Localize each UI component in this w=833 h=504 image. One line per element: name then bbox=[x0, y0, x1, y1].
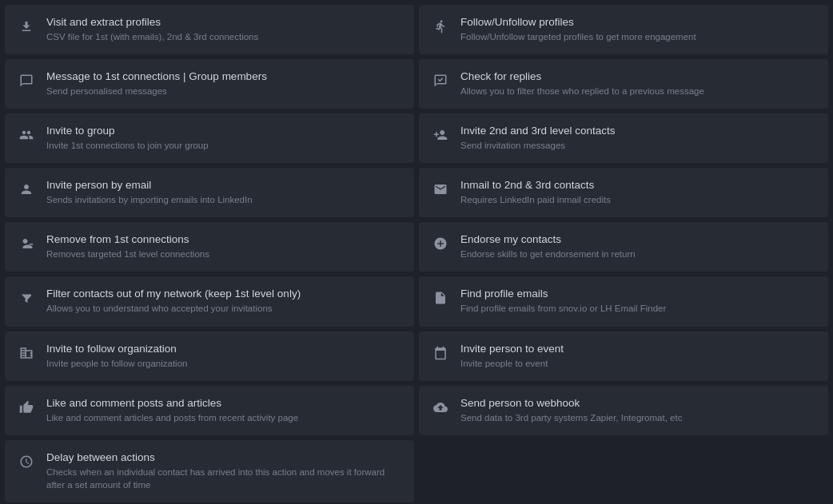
person-minus-icon bbox=[18, 235, 35, 252]
card-remove-connections[interactable]: Remove from 1st connectionsRemoves targe… bbox=[5, 222, 414, 272]
people-icon bbox=[18, 126, 35, 144]
card-title-invite-2nd-3rd: Invite 2nd and 3rd level contacts bbox=[460, 125, 616, 137]
card-desc-endorse-contacts: Endorse skills to get endorsement in ret… bbox=[460, 248, 636, 260]
card-title-invite-follow-org: Invite to follow organization bbox=[46, 343, 187, 355]
card-filter-contacts[interactable]: Filter contacts out of my network (keep … bbox=[5, 276, 414, 326]
card-desc-message-1st: Send personalised messages bbox=[46, 85, 267, 97]
card-desc-check-replies: Allows you to filter those who replied t… bbox=[460, 85, 704, 97]
card-title-delay-actions: Delay between actions bbox=[46, 451, 401, 463]
card-desc-like-comment: Like and comment articles and posts from… bbox=[46, 411, 298, 424]
card-check-replies[interactable]: Check for repliesAllows you to filter th… bbox=[419, 59, 828, 109]
cloud-icon bbox=[432, 399, 449, 416]
cards-grid: Visit and extract profilesCSV file for 1… bbox=[0, 0, 833, 504]
download-icon bbox=[18, 18, 35, 35]
card-invite-2nd-3rd[interactable]: Invite 2nd and 3rd level contactsSend in… bbox=[419, 113, 828, 163]
card-title-send-webhook: Send person to webhook bbox=[460, 397, 682, 409]
card-desc-invite-email: Sends invitations by importing emails in… bbox=[46, 193, 253, 206]
card-desc-remove-connections: Removes targeted 1st level connections bbox=[46, 248, 209, 260]
card-desc-follow-unfollow: Follow/Unfollow targeted profiles to get… bbox=[460, 30, 696, 43]
card-title-check-replies: Check for replies bbox=[460, 70, 704, 82]
card-follow-unfollow[interactable]: Follow/Unfollow profilesFollow/Unfollow … bbox=[419, 5, 828, 54]
card-desc-inmail-2nd-3rd: Requires LinkedIn paid inmail credits bbox=[460, 193, 611, 206]
card-desc-invite-follow-org: Invite people to follow organization bbox=[46, 357, 187, 370]
card-title-endorse-contacts: Endorse my contacts bbox=[460, 233, 636, 245]
card-title-visit-extract: Visit and extract profiles bbox=[46, 16, 258, 28]
card-desc-invite-event: Invite people to event bbox=[460, 357, 564, 370]
card-desc-delay-actions: Checks when an individual contact has ar… bbox=[46, 466, 401, 491]
card-endorse-contacts[interactable]: Endorse my contactsEndorse skills to get… bbox=[419, 222, 828, 272]
chat-check-icon bbox=[432, 72, 449, 89]
card-invite-email[interactable]: Invite person by emailSends invitations … bbox=[5, 168, 414, 217]
card-desc-invite-2nd-3rd: Send invitation messages bbox=[460, 139, 616, 152]
card-inmail-2nd-3rd[interactable]: Inmail to 2nd & 3rd contactsRequires Lin… bbox=[419, 168, 828, 217]
card-send-webhook[interactable]: Send person to webhookSend data to 3rd p… bbox=[419, 386, 828, 435]
clock-icon bbox=[18, 453, 35, 470]
person-walk-icon bbox=[432, 18, 449, 35]
chat-icon bbox=[18, 72, 35, 89]
card-delay-actions[interactable]: Delay between actionsChecks when an indi… bbox=[5, 440, 414, 502]
card-invite-group[interactable]: Invite to groupInvite 1st connections to… bbox=[5, 113, 414, 163]
card-like-comment[interactable]: Like and comment posts and articlesLike … bbox=[5, 386, 414, 435]
card-desc-find-emails: Find profile emails from snov.io or LH E… bbox=[460, 302, 666, 315]
search-file-icon bbox=[432, 289, 449, 307]
envelope-icon bbox=[432, 181, 449, 198]
filter-icon bbox=[18, 289, 35, 307]
card-title-invite-event: Invite person to event bbox=[460, 343, 564, 355]
card-title-find-emails: Find profile emails bbox=[460, 288, 666, 300]
card-desc-filter-contacts: Allows you to understand who accepted yo… bbox=[46, 302, 301, 315]
plus-circle-icon bbox=[432, 235, 449, 252]
card-desc-visit-extract: CSV file for 1st (with emails), 2nd & 3r… bbox=[46, 30, 258, 43]
card-desc-send-webhook: Send data to 3rd party systems Zapier, I… bbox=[460, 411, 682, 424]
calendar-icon bbox=[432, 344, 449, 362]
card-title-invite-email: Invite person by email bbox=[46, 179, 253, 191]
card-title-invite-group: Invite to group bbox=[46, 125, 209, 137]
card-message-1st[interactable]: Message to 1st connections | Group membe… bbox=[5, 59, 414, 109]
person-plus-icon bbox=[18, 181, 35, 198]
card-title-message-1st: Message to 1st connections | Group membe… bbox=[46, 70, 267, 82]
card-title-filter-contacts: Filter contacts out of my network (keep … bbox=[46, 288, 301, 300]
card-title-remove-connections: Remove from 1st connections bbox=[46, 233, 209, 245]
card-invite-event[interactable]: Invite person to eventInvite people to e… bbox=[419, 331, 828, 381]
card-title-like-comment: Like and comment posts and articles bbox=[46, 397, 298, 409]
card-title-inmail-2nd-3rd: Inmail to 2nd & 3rd contacts bbox=[460, 179, 611, 191]
card-desc-invite-group: Invite 1st connections to join your grou… bbox=[46, 139, 209, 152]
card-visit-extract[interactable]: Visit and extract profilesCSV file for 1… bbox=[5, 5, 414, 54]
thumb-up-icon bbox=[18, 399, 35, 416]
card-title-follow-unfollow: Follow/Unfollow profiles bbox=[460, 16, 696, 28]
card-find-emails[interactable]: Find profile emailsFind profile emails f… bbox=[419, 276, 828, 326]
person-add-icon bbox=[432, 126, 449, 144]
building-icon bbox=[18, 344, 35, 362]
card-invite-follow-org[interactable]: Invite to follow organizationInvite peop… bbox=[5, 331, 414, 381]
